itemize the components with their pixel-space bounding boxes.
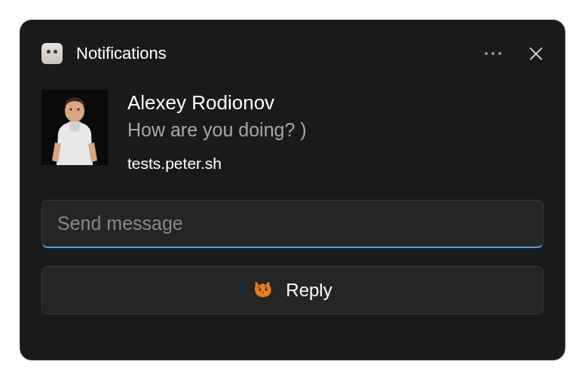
notification-toast: Notifications Alexey Rodionov H bbox=[20, 20, 565, 360]
reply-button[interactable]: Reply bbox=[41, 266, 544, 314]
toast-header: Notifications bbox=[41, 38, 544, 69]
source-text: tests.peter.sh bbox=[127, 155, 307, 173]
header-actions bbox=[482, 46, 544, 61]
svg-point-3 bbox=[78, 109, 80, 111]
header-title: Notifications bbox=[76, 44, 482, 63]
svg-point-5 bbox=[265, 289, 268, 291]
reply-input[interactable] bbox=[41, 200, 544, 248]
notification-content: Alexey Rodionov How are you doing? ) tes… bbox=[127, 90, 307, 173]
svg-point-2 bbox=[70, 109, 72, 111]
sender-avatar bbox=[41, 90, 108, 165]
sender-name: Alexey Rodionov bbox=[127, 91, 307, 115]
owl-app-icon bbox=[41, 43, 63, 64]
message-text: How are you doing? ) bbox=[127, 119, 307, 141]
cat-icon bbox=[253, 280, 275, 300]
close-icon[interactable] bbox=[528, 46, 544, 61]
more-options-icon[interactable] bbox=[482, 49, 504, 58]
toast-body: Alexey Rodionov How are you doing? ) tes… bbox=[41, 90, 544, 173]
reply-button-label: Reply bbox=[286, 280, 332, 301]
